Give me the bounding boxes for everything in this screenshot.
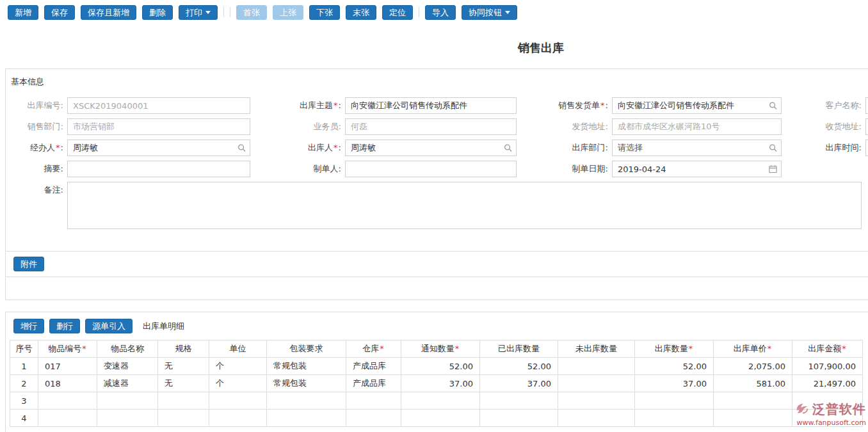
table-cell[interactable]: 3 [10,392,38,410]
table-cell[interactable] [401,392,480,410]
table-cell[interactable]: 常规包装 [267,358,346,375]
sales-dept-input[interactable] [67,118,250,135]
table-cell[interactable] [346,410,401,427]
calendar-icon[interactable] [769,165,777,173]
table-cell[interactable] [480,410,558,427]
table-cell[interactable] [714,392,792,410]
table-cell[interactable] [267,392,346,410]
table-cell[interactable]: 产成品库 [346,358,401,375]
table-cell[interactable]: 37.00 [480,375,558,392]
delete-row-button[interactable]: 删行 [49,319,80,333]
table-cell[interactable] [480,392,558,410]
doc-maker-input[interactable] [345,161,517,177]
table-cell[interactable] [346,392,401,410]
table-cell[interactable]: 无 [158,358,209,375]
table-cell[interactable]: 52.00 [635,358,714,375]
table-cell[interactable]: 2 [10,375,38,392]
import-button[interactable]: 导入 [425,5,456,20]
out-subject-input[interactable] [345,97,517,114]
first-record-button[interactable]: 首张 [236,5,267,20]
table-cell[interactable] [38,410,97,427]
sales-dept-label: 销售部门: [6,121,67,132]
table-cell[interactable] [792,410,863,427]
table-cell[interactable] [97,410,158,427]
table-cell[interactable]: 个 [209,358,267,375]
remark-textarea[interactable] [67,182,862,229]
salesman-label: 业务员: [250,121,345,132]
summary-input[interactable] [67,161,250,177]
recv-address-input[interactable] [865,118,868,135]
source-import-button[interactable]: 源单引入 [85,319,133,333]
table-cell[interactable] [209,392,267,410]
last-record-button[interactable]: 末张 [346,5,376,20]
table-cell[interactable]: 变速器 [97,358,158,375]
handler-input[interactable] [67,140,250,156]
table-cell[interactable] [97,392,158,410]
table-cell[interactable]: 52.00 [480,358,558,375]
table-cell[interactable]: 37.00 [401,375,480,392]
locate-button[interactable]: 定位 [382,5,413,20]
table-cell[interactable]: 37.00 [635,375,714,392]
prev-record-button[interactable]: 上张 [273,5,303,20]
table-cell[interactable] [558,410,635,427]
search-icon[interactable] [769,144,777,152]
search-icon[interactable] [237,144,246,152]
new-button[interactable]: 新增 [8,5,38,20]
table-row: 2018减速器无个常规包装产成品库37.0037.0037.00581.0021… [10,375,863,392]
table-cell[interactable]: 018 [38,375,97,392]
sales-delivery-input[interactable] [612,97,782,114]
table-cell[interactable]: 581.00 [714,375,792,392]
out-dept-input[interactable] [612,140,782,156]
ship-address-input[interactable] [612,118,782,135]
out-no-input[interactable] [67,97,250,114]
column-header: 出库金额* [792,340,863,358]
out-person-input[interactable] [345,140,517,156]
table-cell[interactable]: 常规包装 [267,375,346,392]
save-button[interactable]: 保存 [44,5,75,20]
out-subject-label: 出库主题*: [250,100,345,111]
column-header: 已出库数量 [480,340,558,358]
add-row-button[interactable]: 增行 [13,319,44,333]
table-cell[interactable] [38,392,97,410]
basic-info-form: 出库编号: 出库主题*: 销售发货单*: 客户名称: 销售 [6,97,868,234]
collaboration-dropdown-button[interactable]: 协同按钮 [462,5,517,20]
delete-button[interactable]: 删除 [142,5,173,20]
table-cell[interactable] [714,410,792,427]
table-cell[interactable] [158,392,209,410]
customer-name-input[interactable] [865,97,868,114]
table-cell[interactable]: 减速器 [97,375,158,392]
salesman-input[interactable] [345,118,517,135]
table-cell[interactable] [209,410,267,427]
next-record-button[interactable]: 下张 [309,5,340,20]
table-cell[interactable]: 个 [209,375,267,392]
table-cell[interactable]: 52.00 [401,358,480,375]
table-cell[interactable]: 107,900.00 [792,358,863,375]
column-header: 规格 [158,340,209,358]
table-cell[interactable] [401,410,480,427]
print-dropdown-button[interactable]: 打印 [179,5,218,20]
save-and-new-button[interactable]: 保存且新增 [81,5,136,20]
table-cell[interactable] [558,392,635,410]
attachment-button[interactable]: 附件 [13,257,44,271]
table-cell[interactable]: 无 [158,375,209,392]
table-cell[interactable] [558,358,635,375]
table-cell[interactable]: 产成品库 [346,375,401,392]
table-cell[interactable]: 4 [10,410,38,427]
table-cell[interactable]: 1 [10,358,38,375]
table-cell[interactable] [267,410,346,427]
table-cell[interactable]: 017 [38,358,97,375]
search-icon[interactable] [769,102,777,110]
summary-label: 摘要: [6,163,67,175]
table-cell[interactable] [635,392,714,410]
table-cell[interactable] [792,392,863,410]
table-cell[interactable] [635,410,714,427]
table-cell[interactable]: 21,497.00 [792,375,863,392]
search-icon[interactable] [504,144,512,152]
table-cell[interactable] [558,375,635,392]
out-time-input[interactable] [865,140,868,156]
table-cell[interactable]: 2,075.00 [714,358,792,375]
doc-date-input[interactable] [612,161,782,177]
form-row: 出库编号: 出库主题*: 销售发货单*: 客户名称: [6,97,868,114]
table-cell[interactable] [158,410,209,427]
out-no-label: 出库编号: [6,100,67,111]
